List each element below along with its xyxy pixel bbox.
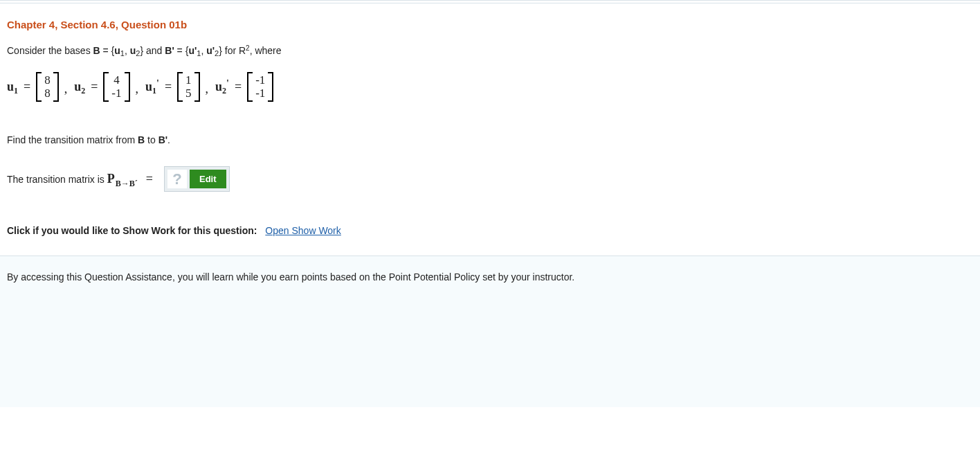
var-P: P B→B´ — [107, 172, 138, 186]
equals: = — [163, 78, 173, 96]
var-uprime: u' — [206, 45, 215, 56]
text: to — [145, 134, 158, 145]
vector-u2p: -1-1 — [247, 72, 273, 102]
answer-line: The transition matrix is P B→B´ = ? Edit — [7, 166, 973, 192]
comma: , — [63, 80, 71, 102]
text: = { — [174, 45, 189, 56]
footer-text: By accessing this Question Assistance, y… — [7, 271, 574, 283]
text: , — [125, 45, 130, 56]
edit-button[interactable]: Edit — [190, 170, 226, 188]
var-u: u — [114, 45, 120, 56]
var-u1p: u1' — [145, 78, 159, 96]
answer-input-group: ? Edit — [164, 166, 230, 192]
text: . — [167, 134, 170, 145]
equals: = — [89, 78, 99, 96]
text: } for R — [219, 45, 246, 56]
equals: = — [233, 78, 243, 96]
sub: 2 — [136, 49, 140, 57]
show-work-line: Click if you would like to Show Work for… — [7, 225, 973, 236]
sub: 1 — [120, 49, 125, 57]
var-u2: u2 — [74, 78, 85, 96]
open-show-work-link[interactable]: Open Show Work — [265, 225, 341, 236]
equals: = — [22, 78, 32, 96]
comma: , — [134, 80, 142, 102]
equals: = — [145, 172, 154, 186]
vector-u1p: 15 — [177, 72, 200, 102]
var-uprime: u' — [188, 45, 197, 56]
var-Bprime: B' — [158, 134, 167, 145]
text: } and — [140, 45, 165, 56]
var-u2p: u2' — [215, 78, 229, 96]
question-title: Chapter 4, Section 4.6, Question 01b — [7, 19, 973, 30]
vectors-line: u1 = 88 , u2 = 4-1 , u1' = 15 , u2' = — [7, 72, 973, 102]
vector-u1: 88 — [36, 72, 59, 102]
var-u1: u1 — [7, 78, 18, 96]
var-B: B — [93, 45, 100, 56]
text: = { — [100, 45, 115, 56]
show-work-label: Click if you would like to Show Work for… — [7, 225, 257, 236]
text: Find the transition matrix from — [7, 134, 138, 145]
var-B: B — [138, 134, 145, 145]
sup: 2 — [246, 44, 250, 52]
vector-u2: 4-1 — [103, 72, 129, 102]
text: The transition matrix is — [7, 174, 105, 185]
text: , where — [250, 45, 282, 56]
top-divider — [0, 0, 980, 3]
intro-line: Consider the bases B = {u1, u2} and B' =… — [7, 44, 973, 58]
answer-field[interactable]: ? — [167, 170, 187, 188]
var-Bprime: B' — [165, 45, 174, 56]
text: Consider the bases — [7, 45, 93, 56]
footer-note: By accessing this Question Assistance, y… — [0, 256, 980, 407]
sub: 2 — [215, 49, 219, 57]
question-body: Chapter 4, Section 4.6, Question 01b Con… — [0, 12, 980, 236]
sub: 1 — [197, 49, 201, 57]
instruction-line: Find the transition matrix from B to B'. — [7, 134, 973, 147]
text: , — [201, 45, 206, 56]
comma: , — [204, 80, 212, 102]
